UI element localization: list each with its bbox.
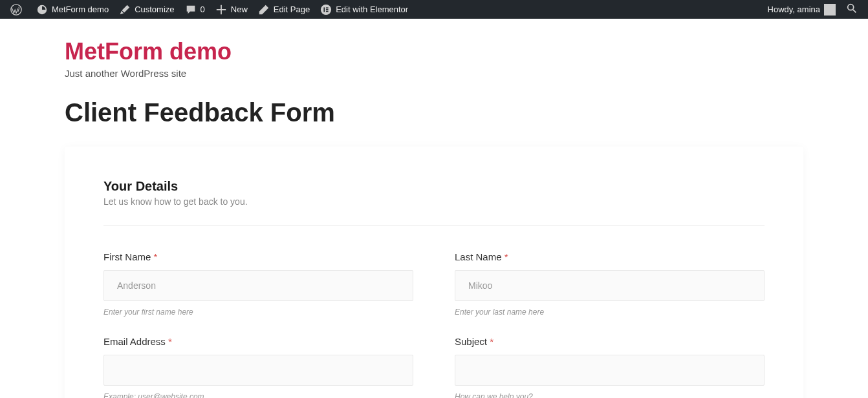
svg-rect-3 <box>326 7 329 8</box>
required-indicator: * <box>168 336 172 347</box>
pencil-icon <box>258 4 270 16</box>
svg-rect-2 <box>324 7 325 12</box>
new-label: New <box>231 5 248 14</box>
customize-menu[interactable]: Customize <box>114 0 179 19</box>
dashboard-icon <box>36 4 48 16</box>
page-content: MetForm demo Just another WordPress site… <box>0 19 868 398</box>
form-wrapper: Your Details Let us know how to get back… <box>65 147 803 398</box>
section-title: Your Details <box>103 179 765 194</box>
comment-icon <box>185 4 197 16</box>
elementor-icon <box>320 4 332 16</box>
form-row-contact: Email Address * Example: user@website.co… <box>103 336 765 398</box>
last-name-label: Last Name * <box>455 251 765 262</box>
last-name-hint: Enter your last name here <box>455 308 765 317</box>
svg-rect-4 <box>326 9 329 10</box>
required-indicator: * <box>505 251 508 262</box>
email-input[interactable] <box>103 355 413 386</box>
wp-logo-menu[interactable] <box>5 0 31 19</box>
first-name-hint: Enter your first name here <box>103 308 413 317</box>
admin-bar-left: MetForm demo Customize 0 New Edit Page <box>5 0 413 19</box>
adminbar-site-name: MetForm demo <box>52 5 109 14</box>
wp-admin-bar: MetForm demo Customize 0 New Edit Page <box>0 0 868 19</box>
required-indicator: * <box>154 251 158 262</box>
admin-bar-right: Howdy, amina <box>763 0 863 19</box>
form-container: Your Details Let us know how to get back… <box>65 147 803 398</box>
customize-label: Customize <box>135 5 174 14</box>
admin-search-button[interactable] <box>841 3 863 16</box>
site-tagline: Just another WordPress site <box>65 68 803 79</box>
wordpress-logo-icon <box>10 4 22 16</box>
svg-rect-5 <box>326 10 329 12</box>
elementor-label: Edit with Elementor <box>336 5 408 14</box>
avatar <box>824 4 836 16</box>
site-title[interactable]: MetForm demo <box>65 38 803 65</box>
edit-page-menu[interactable]: Edit Page <box>253 0 315 19</box>
elementor-menu[interactable]: Edit with Elementor <box>315 0 413 19</box>
email-label: Email Address * <box>103 336 413 347</box>
subject-hint: How can we help you? <box>455 392 765 398</box>
plus-icon <box>215 4 227 16</box>
howdy-text: Howdy, amina <box>768 5 820 14</box>
comments-menu[interactable]: 0 <box>180 0 210 19</box>
first-name-field-group: First Name * Enter your first name here <box>103 251 413 317</box>
email-field-group: Email Address * Example: user@website.co… <box>103 336 413 398</box>
form-row-name: First Name * Enter your first name here … <box>103 251 765 317</box>
svg-point-6 <box>848 5 854 10</box>
search-icon <box>846 6 858 16</box>
last-name-input[interactable] <box>455 270 765 301</box>
edit-page-label: Edit Page <box>274 5 310 14</box>
first-name-input[interactable] <box>103 270 413 301</box>
user-account-menu[interactable]: Howdy, amina <box>763 0 841 19</box>
section-subtitle: Let us know how to get back to you. <box>103 196 765 207</box>
required-indicator: * <box>490 336 494 347</box>
subject-field-group: Subject * How can we help you? <box>455 336 765 398</box>
new-content-menu[interactable]: New <box>210 0 253 19</box>
brush-icon <box>119 4 131 16</box>
subject-input[interactable] <box>455 355 765 386</box>
site-name-menu[interactable]: MetForm demo <box>31 0 114 19</box>
first-name-label: First Name * <box>103 251 413 262</box>
form-section-header: Your Details Let us know how to get back… <box>103 179 765 225</box>
subject-label: Subject * <box>455 336 765 347</box>
comments-count: 0 <box>201 5 205 14</box>
page-title: Client Feedback Form <box>65 98 803 127</box>
last-name-field-group: Last Name * Enter your last name here <box>455 251 765 317</box>
email-hint: Example: user@website.com <box>103 392 413 398</box>
